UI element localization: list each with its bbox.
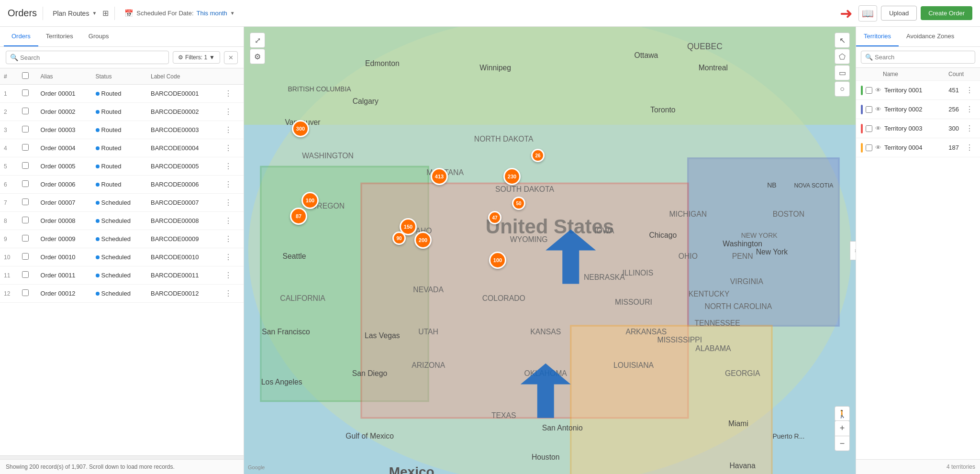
row-status: Routed <box>92 103 147 121</box>
rectangle-tool-button[interactable]: ▭ <box>835 65 850 80</box>
cursor-tool-button[interactable]: ↖ <box>835 33 850 48</box>
grid-icon[interactable]: ⊞ <box>102 9 109 18</box>
zoom-in-button[interactable]: + <box>835 420 850 436</box>
row-more-button[interactable]: ⋮ <box>223 161 234 172</box>
row-more-button[interactable]: ⋮ <box>223 124 234 135</box>
territory-checkbox[interactable] <box>866 106 872 113</box>
row-checkbox[interactable] <box>22 271 29 278</box>
row-checkbox[interactable] <box>22 253 29 260</box>
row-more-button[interactable]: ⋮ <box>223 233 234 244</box>
filter-clear-button[interactable]: ✕ <box>224 51 238 64</box>
right-search-input[interactable] <box>875 54 971 61</box>
map-person-control[interactable]: 🚶 <box>835 406 850 421</box>
cluster-badge[interactable]: 47 <box>488 211 501 224</box>
territory-col-count: Count <box>948 71 964 77</box>
search-box[interactable]: 🔍 <box>6 51 169 64</box>
svg-text:VIRGINIA: VIRGINIA <box>730 277 764 286</box>
cluster-badge[interactable]: 26 <box>531 149 545 162</box>
territory-item: 👁 Territory 0002 256 ⋮ <box>856 100 980 119</box>
book-icon[interactable]: 📖 <box>858 5 877 22</box>
plan-routes-label: Plan Routes <box>53 10 89 17</box>
cluster-badge[interactable]: 90 <box>392 231 406 245</box>
row-status: Scheduled <box>92 194 147 212</box>
row-checkbox[interactable] <box>22 198 29 205</box>
create-order-button[interactable]: Create Order <box>921 6 972 20</box>
row-more-button[interactable]: ⋮ <box>223 179 234 190</box>
plan-routes-button[interactable]: Plan Routes ▼ <box>49 8 100 19</box>
cluster-badge[interactable]: 200 <box>414 231 432 249</box>
row-more-cell: ⋮ <box>219 121 244 139</box>
this-month-button[interactable]: This month <box>197 10 227 17</box>
cluster-badge[interactable]: 100 <box>489 252 506 269</box>
territory-name: Territory 0002 <box>884 106 946 113</box>
svg-rect-0 <box>244 27 856 474</box>
svg-text:NEBRASKA: NEBRASKA <box>584 273 625 281</box>
tab-groups[interactable]: Groups <box>81 27 117 46</box>
row-checkbox[interactable] <box>22 144 29 151</box>
row-checkbox[interactable] <box>22 217 29 223</box>
status-text: Routed <box>101 126 122 133</box>
row-checkbox[interactable] <box>22 235 29 242</box>
right-tab-avoidance-zones[interactable]: Avoidance Zones <box>899 27 962 46</box>
row-more-button[interactable]: ⋮ <box>223 215 234 226</box>
svg-text:SOUTH DAKOTA: SOUTH DAKOTA <box>495 185 555 193</box>
territory-more-button[interactable]: ⋮ <box>964 104 975 115</box>
settings-button[interactable]: ⚙ <box>250 49 265 64</box>
row-checkbox[interactable] <box>22 289 29 296</box>
right-search-box[interactable]: 🔍 <box>861 51 975 64</box>
tab-territories[interactable]: Territories <box>38 27 81 46</box>
polygon-tool-button[interactable]: ⬠ <box>835 49 850 64</box>
territory-more-button[interactable]: ⋮ <box>964 123 975 134</box>
row-label-code: BARCODE00003 <box>147 121 219 139</box>
row-more-button[interactable]: ⋮ <box>223 288 234 299</box>
svg-text:Los Angeles: Los Angeles <box>261 378 302 386</box>
map-area[interactable]: United States Canada Mexico ONTARIO QUEB… <box>244 27 856 474</box>
row-more-button[interactable]: ⋮ <box>223 252 234 263</box>
row-more-button[interactable]: ⋮ <box>223 270 234 281</box>
tab-orders[interactable]: Orders <box>4 27 38 46</box>
row-checkbox[interactable] <box>22 162 29 169</box>
cluster-badge[interactable]: 100 <box>301 192 319 209</box>
circle-tool-button[interactable]: ○ <box>835 81 850 97</box>
row-number: 9 <box>0 230 18 248</box>
cluster-badge[interactable]: 300 <box>292 120 309 137</box>
cluster-badge[interactable]: 50 <box>512 197 525 210</box>
select-all-checkbox[interactable] <box>22 72 29 79</box>
territory-eye-icon[interactable]: 👁 <box>875 144 881 151</box>
orders-table-container: # Alias Status Label Code 1 Order 00001 … <box>0 68 244 455</box>
territory-checkbox[interactable] <box>866 125 872 132</box>
row-more-button[interactable]: ⋮ <box>223 106 234 117</box>
svg-text:GEORGIA: GEORGIA <box>725 369 760 377</box>
territory-checkbox[interactable] <box>866 87 872 94</box>
cluster-badge[interactable]: 87 <box>290 208 307 225</box>
street-view-button[interactable]: 🚶 <box>835 406 850 421</box>
zoom-out-button[interactable]: − <box>835 436 850 451</box>
cluster-badge[interactable]: 413 <box>431 168 448 185</box>
left-panel: Orders Territories Groups 🔍 ⚙ Filters: 1… <box>0 27 244 474</box>
territory-eye-icon[interactable]: 👁 <box>875 87 881 94</box>
upload-button[interactable]: Upload <box>881 6 917 21</box>
row-checkbox[interactable] <box>22 89 29 96</box>
row-more-button[interactable]: ⋮ <box>223 143 234 154</box>
search-input[interactable] <box>20 54 165 61</box>
right-tab-territories[interactable]: Territories <box>856 27 899 46</box>
territory-more-button[interactable]: ⋮ <box>964 142 975 153</box>
territory-more-button[interactable]: ⋮ <box>964 85 975 96</box>
right-panel-collapse-button[interactable]: › <box>850 241 856 260</box>
territory-checkbox[interactable] <box>866 144 872 151</box>
scrollbar-area[interactable] <box>0 455 244 459</box>
row-more-button[interactable]: ⋮ <box>223 197 234 208</box>
territory-eye-icon[interactable]: 👁 <box>875 125 881 132</box>
territory-eye-icon[interactable]: 👁 <box>875 106 881 113</box>
svg-point-2 <box>248 27 851 474</box>
row-checkbox[interactable] <box>22 180 29 187</box>
calendar-icon: 📅 <box>124 9 134 18</box>
row-more-button[interactable]: ⋮ <box>223 88 234 99</box>
row-checkbox[interactable] <box>22 126 29 132</box>
fullscreen-button[interactable]: ⤢ <box>250 33 265 48</box>
cluster-badge[interactable]: 230 <box>503 168 521 185</box>
search-icon: 🔍 <box>10 54 18 61</box>
filter-button[interactable]: ⚙ Filters: 1 ▼ <box>173 51 220 64</box>
this-month-dropdown-icon[interactable]: ▼ <box>230 11 235 16</box>
row-checkbox[interactable] <box>22 108 29 114</box>
